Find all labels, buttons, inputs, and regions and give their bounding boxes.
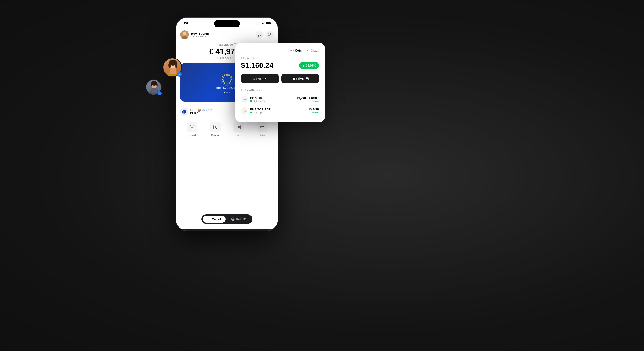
tx-username: @julia2001 (202, 109, 212, 111)
svg-marker-39 (226, 83, 228, 85)
scan-icon-button[interactable] (256, 31, 263, 38)
signal-bar-3 (259, 22, 259, 24)
signal-bar-4 (260, 22, 260, 24)
svg-rect-17 (266, 22, 270, 24)
tab-graph[interactable]: Graph (306, 49, 319, 52)
send-button-label: Send (254, 77, 262, 80)
svg-point-19 (183, 32, 186, 35)
card-dot-1 (224, 92, 225, 93)
tab-coin[interactable]: $ Coin (290, 49, 302, 52)
tx-status-1: Sented (308, 111, 319, 114)
settings-icon (268, 33, 272, 36)
graph-tab-label: Graph (311, 49, 319, 52)
tx-status-dot-1 (250, 112, 252, 113)
transactions-header: TRANSACTIONS (241, 88, 319, 91)
send-button[interactable] (233, 122, 244, 132)
card-dot-2 (226, 92, 228, 93)
svg-rect-67 (306, 78, 308, 80)
tx-left-0: P2P P2P Sale TX6...hj7Yc (241, 96, 265, 103)
tx-value-1: 13 BNB (308, 108, 319, 111)
receive-button[interactable] (210, 122, 221, 132)
svg-rect-62 (210, 219, 210, 220)
subtext: Welcome back (191, 35, 209, 38)
receive-arrow-icon (305, 77, 309, 80)
wallet-tab-icon (208, 218, 211, 221)
svg-point-5 (175, 63, 178, 68)
bottom-navigation: Wallet Didit ID (176, 212, 278, 229)
send-coin-button[interactable]: Send (241, 74, 279, 84)
svg-text:$: $ (291, 50, 292, 52)
deposit-button[interactable] (187, 122, 198, 132)
bnb-swap-icon: BNB (242, 109, 246, 112)
user-text: Hey, Susan! Welcome back (191, 32, 209, 38)
coin-tab-icon: $ (290, 49, 294, 52)
deposit-label: Deposit (188, 134, 196, 136)
p2p-sale-icon: P2P (242, 98, 246, 101)
tx-icon-p2p: P2P (241, 96, 248, 103)
tab-wallet[interactable]: Wallet (203, 216, 226, 222)
send-icon (236, 125, 241, 130)
settings-icon-button[interactable] (266, 31, 274, 38)
transaction-row-1: BNB BNB TO USDT TX6...hj7Yc 13 BNB Sente… (241, 105, 319, 116)
tx-status-0: Sented (297, 100, 319, 102)
svg-marker-36 (230, 78, 233, 80)
svg-rect-13 (156, 84, 158, 86)
signal-bar-1 (256, 24, 257, 24)
svg-point-27 (268, 33, 271, 36)
bubble-badge-male (158, 92, 162, 95)
wifi-icon: ▾▾ (262, 22, 264, 25)
wallet-tab-label: Wallet (212, 218, 221, 221)
avatar (180, 30, 189, 39)
svg-rect-22 (260, 33, 261, 34)
user-bubble-female: ↻ (163, 58, 182, 77)
receive-button-label: Receive (292, 77, 304, 80)
svg-rect-2 (170, 68, 176, 74)
card-view-tabs: $ Coin Graph (241, 49, 319, 52)
user-info: Hey, Susan! Welcome back (180, 30, 209, 39)
signal-bars-icon (256, 22, 260, 24)
deposit-icon (190, 125, 194, 130)
svg-rect-21 (258, 33, 259, 34)
bottom-tab-bar: Wallet Didit ID (202, 214, 252, 224)
svg-marker-42 (221, 78, 224, 80)
card-dot-3 (229, 92, 230, 93)
floating-detail-card: $ Coin Graph Ethereum $1,160.24 ▲ 13.07%… (235, 43, 325, 122)
user-bubble-male (146, 79, 162, 95)
action-deposit[interactable]: Deposit (187, 122, 198, 136)
coin-name: Ethereum (241, 56, 319, 60)
tab-didit-id[interactable]: Didit ID (226, 216, 251, 222)
bubble-badge-female: ↻ (177, 72, 182, 76)
tx-right-1: 13 BNB Sented (308, 108, 319, 114)
greeting-text: Hey, Susan! (191, 32, 209, 35)
tx-title-1: BNB TO USDT (250, 108, 270, 111)
svg-marker-41 (222, 80, 224, 83)
tx-id-1: TX6...hj7Yc (250, 111, 270, 114)
tx-left-1: BNB BNB TO USDT TX6...hj7Yc (241, 107, 270, 114)
action-swap[interactable]: Swap (257, 122, 268, 136)
coin-tab-label: Coin (295, 49, 302, 52)
tx-icon-bnb: BNB (241, 107, 248, 114)
svg-rect-16 (270, 23, 271, 24)
action-receive[interactable]: Receive (210, 122, 221, 136)
svg-text:↻: ↻ (178, 74, 180, 75)
eurd-coin-icon: € (182, 110, 186, 114)
tx-info-1: BNB TO USDT TX6...hj7Yc (250, 108, 270, 114)
svg-marker-38 (228, 82, 231, 85)
svg-text:P2P: P2P (244, 98, 246, 100)
receive-coin-button[interactable]: Receive (281, 74, 319, 84)
action-send[interactable]: Send (233, 122, 244, 136)
graph-tab-icon (306, 49, 309, 52)
tx-right-0: $1,240.00 USDT Sented (297, 96, 319, 102)
tx-title-0: P2P Sale (250, 96, 265, 100)
coin-price: $1,160.24 (241, 61, 274, 70)
battery-icon (266, 22, 271, 24)
svg-point-48 (199, 109, 200, 110)
svg-marker-43 (222, 75, 224, 78)
didit-id-tab-label: Didit ID (236, 218, 246, 221)
send-arrow-icon (263, 77, 266, 80)
price-change-percent: 13.07% (306, 64, 316, 67)
signal-bar-2 (258, 23, 258, 24)
swap-button[interactable] (257, 122, 268, 132)
header-icons (256, 31, 274, 38)
svg-text:BNB: BNB (244, 110, 246, 112)
